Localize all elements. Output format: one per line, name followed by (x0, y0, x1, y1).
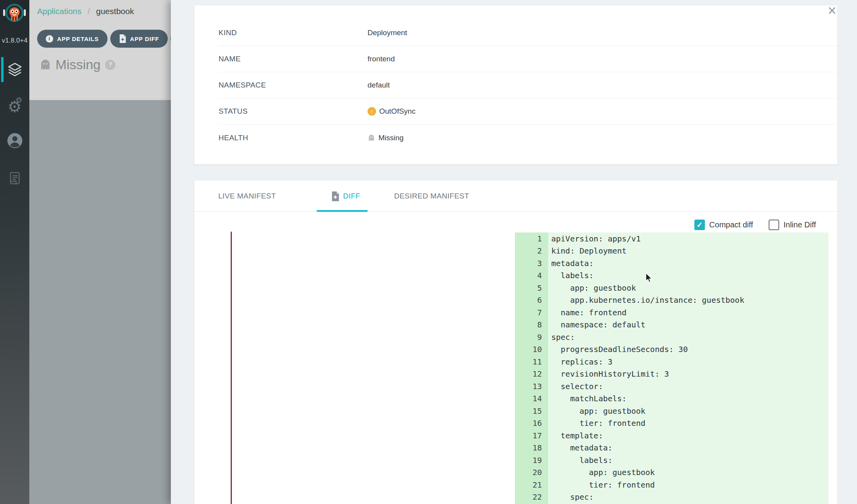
line-number: 14 (515, 394, 548, 403)
tab-diff[interactable]: DIFF (312, 181, 380, 212)
info-icon: i (46, 35, 53, 43)
app-details-button[interactable]: i APP DETAILS (37, 30, 108, 48)
app-health-heading: Missing ? (39, 57, 115, 72)
line-number: 16 (515, 418, 548, 428)
sidebar-item-user[interactable] (0, 127, 29, 154)
code-line: app: guestbook (548, 283, 636, 293)
compact-diff-option[interactable]: Compact diff (694, 220, 753, 230)
user-icon (6, 132, 24, 150)
detail-row-kind: KIND Deployment (219, 20, 837, 46)
sidebar: v1.8.0+4 ⚙ ⚙ (0, 0, 29, 504)
app-diff-button[interactable]: APP DIFF (110, 30, 168, 48)
code-line: app.kubernetes.io/instance: guestbook (548, 295, 744, 305)
code-line: revisionHistoryLimit: 3 (548, 369, 669, 379)
code-line: kind: Deployment (548, 246, 627, 256)
argocd-app: v1.8.0+4 ⚙ ⚙ (0, 0, 857, 504)
code-line: tier: frontend (548, 418, 645, 428)
inline-diff-label: Inline Diff (783, 220, 816, 229)
diff-line-numbers: 1 2 3 4 5 6 7 8 9 10 11 12 13 14 15 16 1 (515, 232, 548, 504)
code-line: spec: (548, 332, 575, 342)
line-number: 11 (515, 357, 548, 366)
line-number: 3 (515, 259, 548, 268)
manifest-card: LIVE MANIFEST DIFF DESIRED MANIFEST Comp… (194, 181, 837, 504)
line-number: 5 (515, 283, 548, 293)
line-number: 6 (515, 295, 548, 305)
out-of-sync-icon: ↑ (368, 107, 376, 116)
line-number: 4 (515, 271, 548, 280)
detail-row-health: HEALTH Missing (219, 125, 837, 151)
argocd-logo-icon (2, 2, 27, 27)
line-number: 9 (515, 332, 548, 342)
line-number: 15 (515, 406, 548, 416)
breadcrumb: Applications / guestbook (37, 7, 134, 16)
active-tab-underline (317, 210, 368, 212)
code-line: matchLabels: (548, 394, 627, 403)
code-line: namespace: default (548, 320, 645, 329)
code-line: app: guestbook (548, 406, 645, 416)
kind-value: Deployment (368, 29, 407, 37)
layers-icon (7, 61, 23, 78)
file-diff-icon (119, 34, 126, 43)
line-number: 22 (515, 492, 548, 502)
kind-label: KIND (219, 29, 368, 37)
code-line: metadata: (548, 443, 613, 452)
breadcrumb-current: guestbook (96, 7, 134, 16)
code-line: tier: frontend (548, 480, 655, 490)
inline-diff-checkbox[interactable] (769, 220, 779, 230)
code-line: labels: (548, 456, 613, 465)
code-line: selector: (548, 382, 603, 391)
help-icon[interactable]: ? (105, 60, 115, 70)
inline-diff-option[interactable]: Inline Diff (769, 220, 816, 230)
close-icon[interactable]: × (823, 2, 841, 20)
code-line: template: (548, 431, 603, 440)
status-label: STATUS (219, 107, 368, 116)
name-label: NAME (219, 55, 368, 63)
health-label: HEALTH (219, 134, 368, 142)
line-number: 19 (515, 456, 548, 465)
diff-removed-pane-border (231, 232, 232, 504)
code-line: replicas: 3 (548, 357, 613, 366)
line-number: 1 (515, 234, 548, 243)
tab-desired-manifest[interactable]: DESIRED MANIFEST (382, 181, 481, 212)
line-number: 7 (515, 308, 548, 317)
gear-small-icon: ⚙ (16, 96, 23, 104)
detail-row-status: STATUS ↑ OutOfSync (219, 98, 837, 125)
line-number: 18 (515, 443, 548, 452)
sidebar-item-settings[interactable]: ⚙ ⚙ (0, 93, 29, 120)
tab-live-manifest[interactable]: LIVE MANIFEST (210, 181, 284, 212)
file-diff-icon (331, 191, 339, 201)
compact-diff-label: Compact diff (709, 220, 753, 229)
code-line: spec: (548, 492, 593, 502)
compact-diff-checkbox[interactable] (694, 220, 705, 230)
detail-row-name: NAME frontend (219, 46, 837, 72)
namespace-value: default (368, 81, 390, 89)
code-line: apiVersion: apps/v1 (548, 234, 641, 243)
diff-code: apiVersion: apps/v1 kind: Deployment met… (548, 232, 828, 504)
code-line: labels: (548, 271, 593, 280)
sidebar-item-docs[interactable] (0, 164, 29, 192)
line-number: 2 (515, 246, 548, 256)
diff-options: Compact diff Inline Diff (694, 220, 816, 230)
breadcrumb-applications-link[interactable]: Applications (37, 7, 81, 16)
diff-added-pane: 1 2 3 4 5 6 7 8 9 10 11 12 13 14 15 16 1 (515, 232, 828, 504)
line-number: 10 (515, 345, 548, 354)
code-line: name: frontend (548, 308, 627, 317)
version-label: v1.8.0+4 (0, 37, 29, 45)
status-value: ↑ OutOfSync (368, 107, 416, 116)
line-number: 21 (515, 480, 548, 490)
namespace-label: NAMESPACE (219, 81, 368, 89)
breadcrumb-separator: / (88, 7, 90, 16)
code-line: app: guestbook (548, 468, 655, 477)
line-number: 20 (515, 468, 548, 477)
line-number: 13 (515, 382, 548, 391)
ghost-icon (39, 59, 52, 71)
health-value: Missing (368, 134, 403, 142)
resource-sliding-panel: × KIND Deployment NAME frontend NAMESPAC… (171, 0, 857, 504)
code-line: progressDeadlineSeconds: 30 (548, 345, 688, 354)
document-icon (7, 171, 22, 186)
mouse-cursor (644, 273, 654, 283)
line-number: 8 (515, 320, 548, 329)
manifest-tabbar: LIVE MANIFEST DIFF DESIRED MANIFEST (194, 181, 837, 212)
name-value: frontend (368, 55, 395, 63)
sidebar-item-applications[interactable] (0, 56, 29, 83)
